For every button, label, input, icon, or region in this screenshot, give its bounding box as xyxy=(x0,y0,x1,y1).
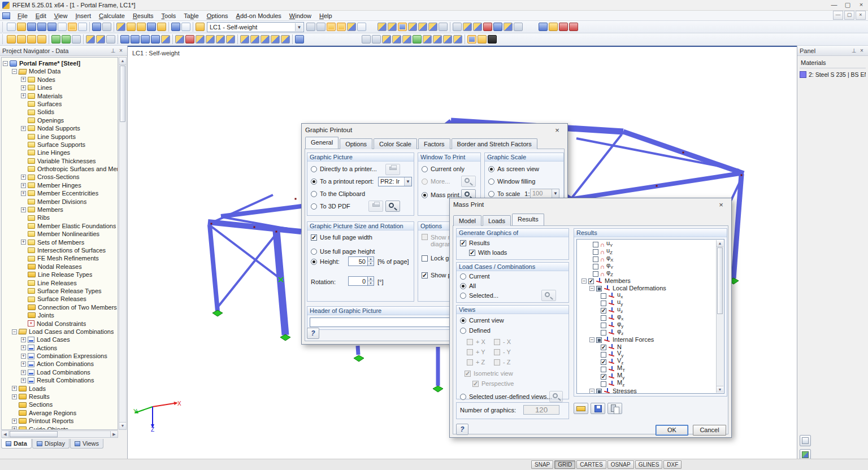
member-visibility-icon[interactable] xyxy=(428,23,437,31)
checkbox[interactable] xyxy=(601,315,606,321)
expand-icon[interactable]: + xyxy=(12,394,17,399)
expand-icon[interactable]: + xyxy=(21,85,26,90)
copy-object-icon[interactable] xyxy=(161,35,170,43)
status-toggle-cartes[interactable]: CARTES xyxy=(576,460,606,469)
tree-item[interactable]: +Materials xyxy=(2,92,118,100)
checkbox[interactable] xyxy=(601,359,606,365)
results-tree-item[interactable]: N xyxy=(578,343,724,351)
close-icon[interactable]: × xyxy=(858,47,866,54)
tree-item[interactable]: Average Regions xyxy=(2,409,118,417)
results-tree-item[interactable]: φx xyxy=(578,314,724,321)
show-panel-icon[interactable] xyxy=(467,35,476,43)
show-tables-icon[interactable] xyxy=(171,23,180,31)
results-tree-item[interactable]: Vz xyxy=(578,358,724,365)
tab-factors[interactable]: Factors xyxy=(418,138,450,149)
checkbox[interactable] xyxy=(601,374,606,380)
panel-control-button[interactable] xyxy=(800,435,811,446)
tree-item[interactable]: Orthotropic Surfaces and Memb xyxy=(2,165,118,173)
minimize-icon[interactable]: — xyxy=(827,0,841,11)
cancel-button[interactable]: Cancel xyxy=(693,425,726,436)
radio-to-printout-report[interactable]: To a printout report: xyxy=(311,178,374,185)
close-icon[interactable]: × xyxy=(854,0,868,11)
checkbox-minus-z[interactable]: - Z xyxy=(494,359,510,365)
expand-icon[interactable]: + xyxy=(21,370,26,375)
support-symbol[interactable] xyxy=(433,386,443,392)
visibility-modes-icon[interactable] xyxy=(439,23,448,31)
info-icon[interactable] xyxy=(493,23,502,31)
show-load-values-icon[interactable] xyxy=(337,23,346,31)
radio-current[interactable]: Current xyxy=(460,273,490,280)
member-view-icon[interactable] xyxy=(443,35,452,43)
checkbox[interactable] xyxy=(593,264,598,269)
expand-icon[interactable]: + xyxy=(21,77,26,82)
menu-item-help[interactable]: Help xyxy=(315,11,336,20)
chevron-down-icon[interactable]: ▼ xyxy=(295,23,303,31)
navigator-tab-data[interactable]: Data xyxy=(1,439,32,449)
pin-icon[interactable]: ⊥ xyxy=(109,47,117,54)
status-toggle-glines[interactable]: GLINES xyxy=(635,460,663,469)
checkbox-plus-z[interactable]: + Z xyxy=(467,359,485,365)
close-icon[interactable]: × xyxy=(117,47,125,54)
member-hinge-icon[interactable] xyxy=(96,35,105,43)
node-marker[interactable] xyxy=(211,223,212,225)
select-objects-icon[interactable] xyxy=(147,23,156,31)
deformation-view-icon[interactable] xyxy=(382,35,391,43)
tree-item[interactable]: Member Elastic Foundations xyxy=(2,222,118,230)
tab-model[interactable]: Model xyxy=(453,215,481,226)
results-tree-item[interactable]: Vy xyxy=(578,351,724,358)
checkbox-plus-x[interactable]: + X xyxy=(467,338,485,345)
rotation-spinner[interactable]: 0 ▲▼ xyxy=(348,276,374,286)
layers-icon[interactable] xyxy=(216,35,225,43)
render-mode-icon[interactable] xyxy=(295,35,304,43)
node-mark-icon[interactable] xyxy=(185,35,194,43)
tree-item[interactable]: −Portal Frame* [Steel] xyxy=(2,59,118,67)
radio-to-scale[interactable]: To scale1: xyxy=(488,190,530,197)
child-close-icon[interactable]: × xyxy=(856,11,866,20)
checkbox[interactable] xyxy=(588,278,594,284)
redo-icon[interactable] xyxy=(102,23,111,31)
scale-combo[interactable]: 100▼ xyxy=(530,189,559,198)
printer-settings-button[interactable] xyxy=(385,164,400,175)
mirror-model-icon[interactable] xyxy=(473,23,482,31)
checkbox[interactable] xyxy=(601,330,606,336)
tree-item[interactable]: +Lines xyxy=(2,84,118,92)
collapse-icon[interactable]: − xyxy=(581,278,587,284)
checkbox-with-loads[interactable]: With loads xyxy=(469,249,507,256)
expand-icon[interactable]: + xyxy=(21,126,26,131)
view-cube-icon[interactable] xyxy=(120,35,129,43)
results-tree-item[interactable]: −Internal Forces xyxy=(578,336,724,343)
settings-icon[interactable] xyxy=(514,23,523,31)
results-tree-item[interactable]: Mz xyxy=(578,380,724,388)
node-marker[interactable] xyxy=(295,198,297,200)
expand-icon[interactable]: + xyxy=(21,183,26,188)
insert-node-icon[interactable] xyxy=(51,35,60,43)
tab-options[interactable]: Options xyxy=(340,138,372,149)
rotate-table-icon[interactable] xyxy=(127,23,136,31)
print-report-icon[interactable] xyxy=(539,23,548,31)
dialog-title-bar[interactable]: Graphic Printout × xyxy=(302,124,567,136)
add-visibility-icon[interactable] xyxy=(413,35,422,43)
spin-up-icon[interactable]: ▲ xyxy=(368,277,374,281)
tree-item[interactable]: +Load Combinations xyxy=(2,368,118,376)
radio-current-only[interactable]: Current only xyxy=(422,166,465,172)
tree-item[interactable]: +Printout Reports xyxy=(2,417,118,425)
node-marker[interactable] xyxy=(741,175,743,176)
tab-border-and-stretch-factors[interactable]: Border and Stretch Factors xyxy=(452,138,537,149)
child-minimize-icon[interactable]: — xyxy=(833,11,843,20)
support-symbol[interactable] xyxy=(354,355,364,362)
print-icon[interactable] xyxy=(68,23,77,31)
expand-icon[interactable]: + xyxy=(21,191,26,196)
menu-item-options[interactable]: Options xyxy=(203,11,232,20)
save-settings-button[interactable] xyxy=(591,403,605,414)
tree-item[interactable]: Line Hinges xyxy=(2,149,118,156)
go-to-icon[interactable] xyxy=(196,23,205,31)
collapse-icon[interactable]: − xyxy=(12,329,17,334)
scroll-down-icon[interactable]: ▼ xyxy=(119,422,126,429)
show-loads-icon[interactable] xyxy=(327,23,336,31)
menu-item-insert[interactable]: Insert xyxy=(71,11,95,20)
axis-y-icon[interactable] xyxy=(250,35,259,43)
load-case-combo[interactable]: LC1 - Self-weight▼ xyxy=(207,22,304,32)
radio-directly-to-printer[interactable]: Directly to a printer... xyxy=(311,166,377,172)
radio-defined[interactable]: Defined xyxy=(460,327,491,334)
menu-item-results[interactable]: Results xyxy=(129,11,158,20)
